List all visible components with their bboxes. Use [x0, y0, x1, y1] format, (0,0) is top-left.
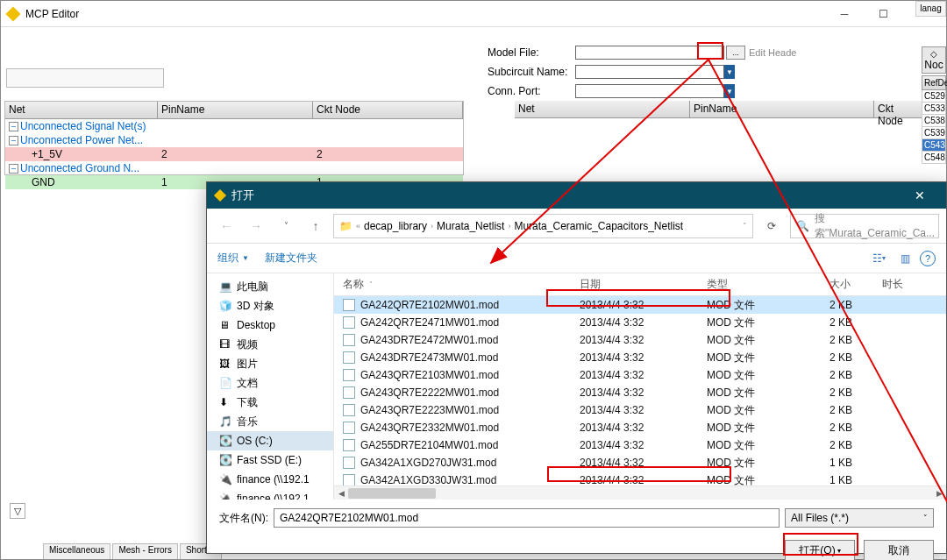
file-row[interactable]: GA342A1XGD270JW31.mod2013/4/4 3:32MOD 文件… [334, 454, 946, 471]
file-icon [343, 439, 355, 451]
file-icon [343, 316, 355, 329]
side-row[interactable]: C529 [922, 90, 946, 103]
nav-back-icon[interactable]: ← [214, 214, 239, 238]
breadcrumb-item[interactable]: Murata_Ceramic_Capacitors_Netlist [514, 220, 683, 232]
collapse-icon[interactable]: – [9, 122, 18, 131]
sidebar-item[interactable]: 🔌finance (\\192.1 [207, 489, 333, 500]
collapse-icon[interactable]: – [9, 164, 18, 174]
subcircuit-dropdown-icon[interactable]: ▼ [724, 65, 735, 79]
side-row[interactable]: C548 [922, 152, 946, 164]
manager-tab[interactable]: lanag [915, 1, 946, 17]
side-row[interactable]: C538 [922, 115, 946, 127]
col-duration[interactable]: 时长 [882, 277, 926, 292]
open-button[interactable]: 打开(O)▾ [785, 540, 855, 560]
breadcrumb-item[interactable]: decap_library [364, 220, 427, 232]
col-cktnode[interactable]: Ckt Node [874, 101, 922, 117]
file-row[interactable]: GA243QR7E2332MW01.mod2013/4/4 3:32MOD 文件… [334, 419, 946, 436]
grid-row[interactable]: +1_5V 2 2 [5, 147, 463, 161]
refresh-icon[interactable]: ⟳ [758, 214, 785, 238]
sidebar-item[interactable]: 💽OS (C:) [207, 431, 333, 450]
dialog-close-button[interactable]: ✕ [902, 188, 937, 202]
organize-button[interactable]: 组织 ▼ [217, 251, 249, 266]
dialog-titlebar: 打开 ✕ [207, 182, 946, 209]
toolbar-strip [6, 68, 164, 88]
col-type[interactable]: 类型 [707, 277, 830, 292]
new-folder-button[interactable]: 新建文件夹 [265, 251, 317, 266]
side-noc[interactable]: Noc [924, 59, 943, 71]
dialog-icon [214, 189, 226, 202]
col-net[interactable]: Net [5, 102, 158, 118]
sidebar-item[interactable]: 🔌finance (\\192.1 [207, 470, 333, 489]
file-row[interactable]: GA255DR7E2104MW01.mod2013/4/4 3:32MOD 文件… [334, 436, 946, 454]
scroll-left-icon[interactable]: ◀ [334, 486, 348, 500]
sidebar-item[interactable]: 💻此电脑 [207, 277, 333, 296]
file-row[interactable]: GA243DR7E2473MW01.mod2013/4/4 3:32MOD 文件… [334, 349, 946, 366]
file-row[interactable]: GA243QR7E2103MW01.mod2013/4/4 3:32MOD 文件… [334, 366, 946, 384]
file-row[interactable]: GA242QR7E2102MW01.mod2013/4/4 3:32MOD 文件… [334, 296, 946, 314]
sidebar-item[interactable]: 📄文档 [207, 373, 333, 393]
doc-icon: 📄 [219, 377, 231, 389]
col-pinname[interactable]: PinName [690, 101, 874, 117]
side-refde-header[interactable]: RefDe [922, 75, 946, 90]
nav-recent-icon[interactable]: ˅ [274, 214, 298, 238]
grid-row[interactable]: –Unconnected Signal Net(s) [5, 119, 463, 133]
view-options-icon[interactable]: ☷ ▾ [867, 248, 890, 269]
model-file-input[interactable] [575, 46, 724, 60]
left-net-grid[interactable]: Net PinName Ckt Node –Unconnected Signal… [4, 101, 464, 175]
edit-header-link[interactable]: Edit Heade [749, 47, 796, 58]
model-form: Model File: ... Edit Heade Subcircuit Na… [488, 45, 796, 103]
side-panel: ◇ Noc RefDe C529C533C538C539C543C548 [922, 25, 946, 201]
horizontal-scrollbar[interactable]: ◀ ▶ [334, 486, 946, 500]
breadcrumb-dropdown-icon[interactable]: ˅ [743, 222, 747, 230]
sidebar-item[interactable]: 💽Fast SSD (E:) [207, 450, 333, 470]
nav-forward-icon[interactable]: → [244, 214, 268, 238]
grid-row[interactable]: –Unconnected Ground N... [5, 161, 463, 175]
file-row[interactable]: GA243QR7E2223MW01.mod2013/4/4 3:32MOD 文件… [334, 401, 946, 419]
tab-mesh[interactable]: Mesh - Errors [112, 543, 178, 559]
scroll-right-icon[interactable]: ▶ [932, 486, 946, 500]
sidebar-item[interactable]: 🎞视频 [207, 335, 333, 354]
file-row[interactable]: GA243QR7E2222MW01.mod2013/4/4 3:32MOD 文件… [334, 384, 946, 401]
tab-misc[interactable]: Miscellaneous [43, 543, 110, 559]
file-filter-select[interactable]: All Files (*.*)˅ [785, 508, 934, 528]
sidebar-item[interactable]: 🧊3D 对象 [207, 296, 333, 315]
preview-pane-icon[interactable]: ▥ [894, 248, 916, 269]
browse-button[interactable]: ... [726, 46, 745, 60]
search-input[interactable]: 🔍 搜索"Murata_Ceramic_Ca... [790, 214, 939, 238]
filename-input[interactable] [274, 508, 780, 528]
right-net-grid[interactable]: Net PinName Ckt Node [515, 101, 922, 118]
sidebar-item[interactable]: ⬇下载 [207, 393, 333, 412]
side-row[interactable]: C533 [922, 103, 946, 115]
cancel-button[interactable]: 取消 [864, 540, 934, 560]
minimize-button[interactable]: ─ [827, 4, 862, 25]
file-row[interactable]: GA342A1XGD330JW31.mod2013/4/4 3:32MOD 文件… [334, 471, 946, 486]
help-icon[interactable]: ? [920, 251, 936, 266]
filter-icon[interactable]: ▽ [10, 503, 25, 519]
side-row[interactable]: C543 [922, 139, 946, 152]
breadcrumb[interactable]: 📁 « decap_library › Murata_Netlist › Mur… [333, 214, 753, 238]
col-net[interactable]: Net [515, 101, 690, 117]
file-icon [343, 404, 355, 416]
col-date[interactable]: 日期 [580, 277, 707, 292]
app-icon [6, 6, 21, 21]
3d-icon: 🧊 [219, 300, 231, 312]
nav-up-icon[interactable]: ↑ [303, 214, 328, 238]
sidebar-item[interactable]: 🎵音乐 [207, 412, 333, 431]
file-row[interactable]: GA242QR7E2471MW01.mod2013/4/4 3:32MOD 文件… [334, 314, 946, 331]
breadcrumb-item[interactable]: Murata_Netlist [437, 220, 504, 232]
scroll-thumb[interactable] [348, 488, 436, 499]
conn-port-select[interactable] [575, 84, 724, 98]
sidebar-item[interactable]: 🖼图片 [207, 354, 333, 373]
col-name[interactable]: 名称 ˄ [343, 277, 580, 292]
subcircuit-select[interactable] [575, 65, 724, 79]
collapse-icon[interactable]: – [9, 136, 18, 145]
col-size[interactable]: 大小 [830, 277, 882, 292]
grid-row[interactable]: –Unconnected Power Net... [5, 133, 463, 147]
side-row[interactable]: C539 [922, 127, 946, 139]
maximize-button[interactable]: ☐ [865, 4, 901, 25]
conn-port-dropdown-icon[interactable]: ▼ [724, 84, 735, 98]
col-cktnode[interactable]: Ckt Node [313, 102, 463, 118]
sidebar-item[interactable]: 🖥Desktop [207, 315, 333, 335]
col-pinname[interactable]: PinName [158, 102, 313, 118]
file-row[interactable]: GA243DR7E2472MW01.mod2013/4/4 3:32MOD 文件… [334, 331, 946, 349]
